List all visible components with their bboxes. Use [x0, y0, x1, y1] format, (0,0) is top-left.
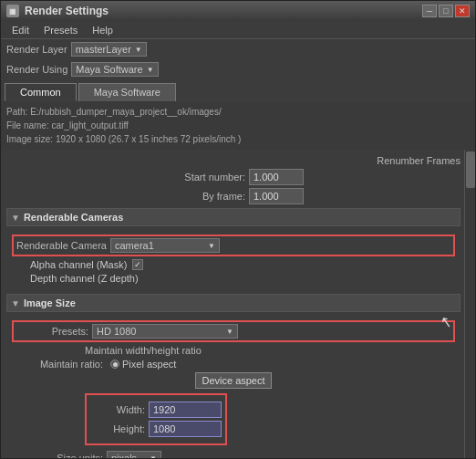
width-label: Width:	[90, 404, 145, 415]
renumber-frames-label: Renumber Frames	[377, 155, 460, 166]
menu-bar: Edit Presets Help	[1, 21, 475, 39]
scrollbar[interactable]	[464, 150, 475, 458]
renderable-camera-dropdown[interactable]: camera1 ▼	[110, 238, 220, 253]
renderable-cameras-header[interactable]: ▼ Renderable Cameras	[6, 208, 460, 226]
alpha-checkbox[interactable]: ✓	[132, 259, 143, 270]
depth-channel-row: Depth channel (Z depth)	[12, 273, 455, 284]
window-title: Render Settings	[25, 5, 422, 17]
render-using-label: Render Using	[6, 64, 67, 75]
content-area: Renumber Frames Start number: By frame: …	[1, 150, 475, 458]
width-input[interactable]	[149, 402, 222, 418]
start-number-input[interactable]	[249, 169, 304, 185]
filename-line: File name: car_light_output.tiff	[6, 119, 470, 132]
size-units-label: Size units:	[12, 453, 103, 458]
width-row: Width:	[90, 402, 222, 418]
image-size-section: ▼ Image Size Presets: HD 1080 ▼ Maintain…	[6, 294, 460, 458]
render-layer-dropdown[interactable]: masterLayer ▼	[71, 42, 147, 57]
alpha-label: Alpha channel (Mask)	[30, 259, 127, 270]
device-aspect-overlay-row: Device aspect	[12, 372, 455, 389]
height-input[interactable]	[149, 421, 222, 437]
image-size-section-title: Image Size	[24, 297, 76, 308]
start-number-row: Start number:	[6, 169, 460, 185]
menu-edit[interactable]: Edit	[5, 23, 36, 37]
alpha-channel-row: Alpha channel (Mask) ✓	[12, 259, 455, 270]
render-using-row: Render Using Maya Software ▼	[1, 59, 475, 79]
imagesize-line: Image size: 1920 x 1080 (26.7 x 15 inche…	[6, 132, 470, 146]
tabs-row: Common Maya Software	[1, 79, 475, 101]
minimize-button[interactable]: ─	[422, 5, 437, 17]
window-icon: ▦	[6, 5, 19, 17]
maintain-ratio-row: Maintain ratio: Pixel aspect	[12, 359, 455, 370]
maintain-ratio-label: Maintain ratio:	[12, 359, 103, 370]
renderable-camera-label: Renderable Camera	[16, 240, 107, 251]
cameras-arrow-icon: ▼	[11, 213, 20, 223]
size-units-row: Size units: pixels ▼	[12, 451, 455, 458]
by-frame-row: By frame:	[6, 188, 460, 204]
image-size-header[interactable]: ▼ Image Size	[6, 294, 460, 312]
by-frame-label: By frame:	[163, 191, 245, 202]
presets-row: Presets: HD 1080 ▼	[12, 320, 455, 342]
by-frame-input[interactable]	[249, 188, 304, 204]
presets-dropdown[interactable]: HD 1080 ▼	[92, 324, 238, 339]
close-button[interactable]: ✕	[455, 5, 470, 17]
maintain-row: Maintain width/height ratio	[12, 345, 455, 356]
height-row: Height:	[90, 421, 222, 437]
tab-common[interactable]: Common	[5, 83, 77, 101]
depth-label: Depth channel (Z depth)	[30, 273, 139, 284]
start-number-label: Start number:	[163, 172, 245, 183]
width-height-block: Width: Height:	[85, 393, 227, 445]
render-settings-window: ▦ Render Settings ─ □ ✕ Edit Presets Hel…	[0, 0, 476, 459]
pixel-aspect-option[interactable]: Pixel aspect	[110, 359, 176, 370]
imagesize-arrow-icon: ▼	[11, 298, 20, 308]
device-aspect-overlay: Device aspect	[195, 372, 271, 389]
render-layer-row: Render Layer masterLayer ▼	[1, 39, 475, 59]
presets-label: Presets:	[16, 326, 88, 337]
renderable-cameras-section: ▼ Renderable Cameras Renderable Camera c…	[6, 208, 460, 290]
height-label: Height:	[90, 423, 145, 434]
scrollbar-thumb[interactable]	[466, 151, 475, 188]
image-size-content: Presets: HD 1080 ▼ Maintain width/height…	[6, 314, 460, 458]
pixel-aspect-radio[interactable]	[110, 360, 119, 369]
tab-maya-software[interactable]: Maya Software	[78, 83, 176, 101]
path-info: Path: E:/rubbish_dumper_maya_project__ok…	[1, 101, 475, 150]
size-units-dropdown[interactable]: pixels ▼	[107, 451, 161, 458]
render-layer-label: Render Layer	[6, 44, 67, 55]
cameras-section-title: Renderable Cameras	[24, 212, 123, 223]
maintain-label: Maintain width/height ratio	[85, 345, 202, 356]
maximize-button[interactable]: □	[439, 5, 453, 17]
renderable-camera-row: Renderable Camera camera1 ▼	[12, 235, 455, 256]
pixel-aspect-radio-label: Pixel aspect	[122, 359, 176, 370]
title-bar: ▦ Render Settings ─ □ ✕	[1, 1, 475, 21]
menu-presets[interactable]: Presets	[36, 23, 85, 37]
render-using-dropdown[interactable]: Maya Software ▼	[71, 62, 158, 77]
cameras-section-content: Renderable Camera camera1 ▼ Alpha channe…	[6, 228, 460, 290]
path-line: Path: E:/rubbish_dumper_maya_project__ok…	[6, 105, 470, 119]
menu-help[interactable]: Help	[85, 23, 120, 37]
title-bar-buttons: ─ □ ✕	[422, 5, 470, 17]
